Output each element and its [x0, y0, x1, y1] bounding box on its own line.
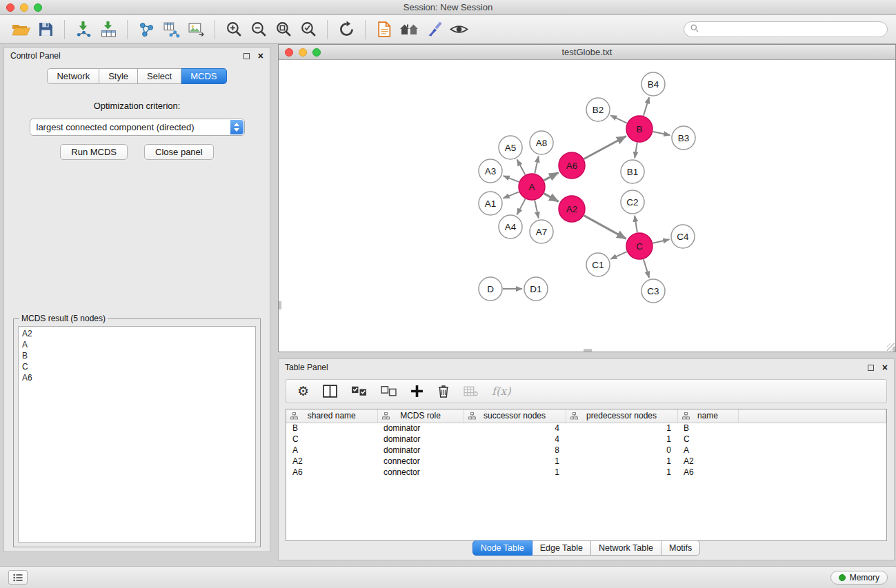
minimize-window-icon[interactable] [20, 3, 28, 12]
tab-edge-table[interactable]: Edge Table [532, 540, 591, 556]
mcds-result-item[interactable]: C [22, 361, 252, 372]
add-column-icon[interactable] [410, 385, 424, 398]
node-B[interactable]: B [626, 116, 653, 142]
close-window-icon[interactable] [6, 3, 14, 12]
node-B4[interactable]: B4 [641, 72, 665, 96]
import-network-icon[interactable] [71, 18, 96, 41]
table-row[interactable]: A6connector11A6 [286, 467, 886, 478]
node-A3[interactable]: A3 [479, 159, 502, 183]
apply-layout-icon[interactable] [334, 18, 359, 41]
zoom-out-icon[interactable] [246, 18, 271, 41]
node-A7[interactable]: A7 [530, 220, 553, 243]
edge-A2-C[interactable] [584, 216, 626, 239]
mcds-result-item[interactable]: A [22, 339, 252, 350]
table-row[interactable]: A2connector11A2 [286, 456, 886, 467]
tab-motifs[interactable]: Motifs [661, 540, 700, 556]
edge-B-B2[interactable] [610, 115, 627, 123]
open-file-icon[interactable] [8, 18, 33, 41]
tab-select[interactable]: Select [138, 68, 181, 84]
node-D[interactable]: D [479, 277, 502, 301]
column-header[interactable]: name [677, 409, 738, 423]
mcds-result-item[interactable]: B [22, 350, 252, 361]
mcds-result-list[interactable]: A2ABCA6 [18, 326, 256, 543]
show-hide-icon[interactable] [446, 18, 471, 41]
node-A2[interactable]: A2 [559, 196, 585, 222]
resize-grip[interactable] [887, 343, 895, 352]
network-canvas[interactable]: B4B2BB3A5A8A6A3B1AC2A1A2A4A7C4CC1DD1C3 [279, 60, 895, 352]
edge-A-A1[interactable] [504, 192, 519, 198]
node-A6[interactable]: A6 [559, 152, 585, 179]
zoom-selected-icon[interactable] [296, 18, 321, 41]
tab-network[interactable]: Network [47, 68, 99, 84]
memory-button[interactable]: Memory [830, 571, 888, 585]
save-session-icon[interactable] [33, 18, 58, 41]
node-C1[interactable]: C1 [586, 253, 610, 276]
task-history-button[interactable] [8, 570, 28, 585]
network-from-table-icon[interactable] [159, 18, 183, 41]
edge-C-C1[interactable] [610, 252, 627, 259]
table-row[interactable]: Bdominator41B [286, 423, 886, 434]
edge-C-C3[interactable] [644, 259, 649, 278]
mcds-result-item[interactable]: A6 [22, 372, 252, 383]
node-B3[interactable]: B3 [672, 126, 695, 150]
search-field[interactable] [684, 21, 888, 37]
new-network-icon[interactable] [134, 18, 159, 41]
node-C2[interactable]: C2 [621, 190, 644, 214]
node-A8[interactable]: A8 [530, 131, 553, 154]
column-header[interactable]: MCDS role [377, 409, 464, 423]
edge-C-C4[interactable] [653, 239, 670, 243]
search-input[interactable] [702, 25, 881, 34]
node-B2[interactable]: B2 [586, 98, 610, 121]
edge-B-B1[interactable] [635, 143, 637, 159]
network-graph[interactable]: B4B2BB3A5A8A6A3B1AC2A1A2A4A7C4CC1DD1C3 [279, 60, 895, 352]
node-C[interactable]: C [626, 233, 653, 259]
column-header[interactable]: successor nodes [464, 409, 566, 423]
scrollbar[interactable] [279, 301, 281, 310]
close-panel-icon[interactable]: × [258, 51, 263, 61]
apply-style-icon[interactable] [421, 18, 446, 41]
node-A[interactable]: A [519, 174, 545, 200]
tab-network-table[interactable]: Network Table [591, 540, 661, 556]
column-header[interactable]: predecessor nodes [566, 409, 677, 423]
mcds-result-item[interactable]: A2 [22, 328, 252, 339]
show-column-icon[interactable] [323, 385, 337, 398]
criterion-dropdown[interactable]: largest connected component (directed) [30, 119, 245, 136]
export-image-icon[interactable] [183, 18, 208, 41]
edge-A-A7[interactable] [535, 201, 539, 219]
node-A1[interactable]: A1 [479, 192, 502, 215]
edge-A-A2[interactable] [544, 194, 559, 202]
tab-style[interactable]: Style [99, 68, 138, 84]
edge-A-A4[interactable] [517, 199, 525, 215]
import-table-icon[interactable] [96, 18, 121, 41]
deselect-all-icon[interactable] [381, 386, 397, 396]
edge-A-A6[interactable] [544, 172, 559, 180]
node-D1[interactable]: D1 [524, 277, 548, 301]
table-settings-icon[interactable]: ⚙ [297, 385, 309, 398]
table-row[interactable]: Adominator80A [286, 445, 886, 456]
edge-B-B3[interactable] [653, 132, 670, 135]
zoom-fit-icon[interactable] [271, 18, 296, 41]
edge-A-A3[interactable] [504, 176, 519, 182]
minimize-network-icon[interactable] [299, 48, 307, 57]
home-icon[interactable] [397, 18, 421, 41]
node-A4[interactable]: A4 [499, 215, 522, 239]
column-header[interactable]: shared name [286, 409, 377, 423]
edge-A-A5[interactable] [517, 160, 526, 175]
edge-C-C2[interactable] [635, 216, 637, 232]
float-panel-icon[interactable] [243, 53, 250, 59]
run-mcds-button[interactable]: Run MCDS [60, 144, 128, 160]
node-C4[interactable]: C4 [671, 225, 695, 248]
node-B1[interactable]: B1 [621, 160, 644, 183]
tab-mcds[interactable]: MCDS [181, 68, 226, 84]
edge-A6-B[interactable] [584, 136, 626, 159]
first-neighbors-icon[interactable] [372, 18, 397, 41]
table-row[interactable]: Cdominator41C [286, 434, 886, 445]
zoom-network-icon[interactable] [312, 48, 321, 57]
edge-B-B4[interactable] [644, 97, 649, 116]
close-network-icon[interactable] [285, 48, 293, 57]
delete-column-icon[interactable] [437, 384, 450, 398]
node-table[interactable]: shared nameMCDS rolesuccessor nodesprede… [286, 409, 887, 541]
scrollbar[interactable] [584, 349, 592, 352]
tab-node-table[interactable]: Node Table [472, 540, 532, 556]
zoom-window-icon[interactable] [34, 3, 42, 12]
